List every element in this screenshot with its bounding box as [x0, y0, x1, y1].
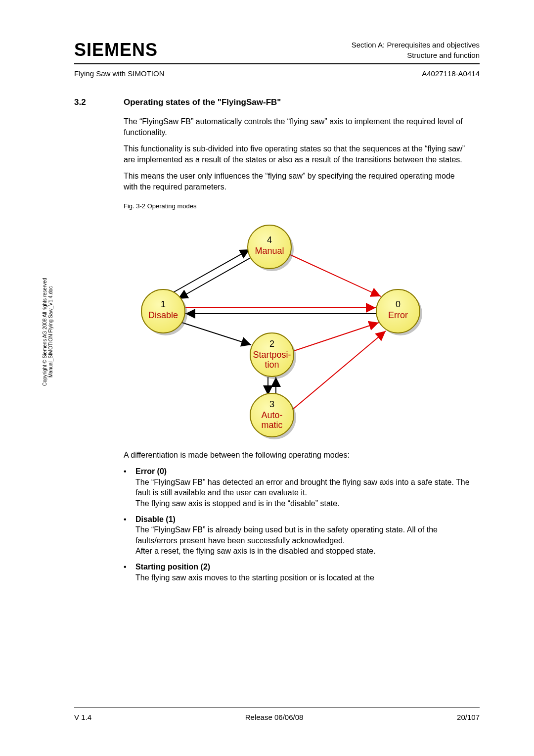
bullet-list: • Error (0) The “FlyingSaw FB” has detec… [124, 466, 480, 583]
doc-title: Flying Saw with SIMOTION [74, 69, 165, 78]
node-error-label: Error [388, 310, 408, 320]
subheader: Flying Saw with SIMOTION A4027118-A0414 [74, 69, 480, 78]
header-section-info: Section A: Prerequisites and objectives … [352, 40, 480, 60]
node-error-num: 0 [396, 299, 400, 309]
svg-line-6 [294, 323, 379, 351]
svg-line-7 [292, 331, 386, 410]
footer-release: Release 06/06/08 [245, 713, 304, 721]
footer: V 1.4 Release 06/06/08 20/107 [74, 708, 480, 721]
copyright-vertical: Copyright © Siemens AG 2008 All rights r… [42, 278, 54, 386]
copyright-line1: Copyright © Siemens AG 2008 All rights r… [42, 278, 48, 386]
node-disable-label: Disable [148, 310, 178, 320]
paragraph-2: This functionality is sub-divided into f… [124, 143, 470, 165]
svg-line-0 [171, 249, 250, 294]
bullet-title-1: Disable (1) [135, 515, 176, 523]
node-auto-label2: matic [261, 420, 282, 430]
header-section-line2: Structure and function [352, 50, 480, 60]
node-startpos-num: 2 [269, 339, 274, 349]
paragraph-4: A differentiation is made between the fo… [124, 450, 470, 461]
figure-caption: Fig. 3-2 Operating modes [124, 202, 480, 210]
node-startpos-label2: tion [265, 360, 279, 370]
section-number: 3.2 [74, 97, 104, 107]
footer-version: V 1.4 [74, 713, 91, 721]
node-auto-label1: Auto- [261, 410, 282, 420]
footer-page: 20/107 [457, 713, 480, 721]
bullet-icon: • [124, 562, 129, 583]
node-manual-label: Manual [255, 246, 284, 256]
node-startpos-label1: Startposi- [253, 350, 291, 360]
list-item: • Starting position (2) The flying saw a… [124, 562, 480, 583]
doc-number: A4027118-A0414 [422, 69, 480, 78]
list-item: • Disable (1) The “FlyingSaw FB” is alre… [124, 514, 480, 557]
bullet-icon: • [124, 514, 129, 557]
siemens-logo: SIEMENS [74, 40, 158, 60]
bullet-text-0: The “FlyingSaw FB” has detected an error… [135, 478, 470, 508]
header: SIEMENS Section A: Prerequisites and obj… [74, 40, 480, 64]
bullet-text-2: The flying saw axis moves to the startin… [135, 573, 374, 582]
paragraph-3: This means the user only influences the … [124, 171, 470, 192]
svg-line-1 [178, 257, 252, 299]
bullet-icon: • [124, 466, 129, 509]
paragraph-1: The “FlyingSaw FB” automatically control… [124, 116, 470, 138]
section-heading: 3.2 Operating states of the "FlyingSaw-F… [74, 97, 480, 107]
bullet-title-2: Starting position (2) [135, 563, 210, 571]
header-section-line1: Section A: Prerequisites and objectives [352, 40, 480, 50]
bullet-text-1: The “FlyingSaw FB” is already being used… [135, 525, 438, 555]
bullet-title-0: Error (0) [135, 467, 167, 475]
copyright-line2: Manual_SIMOTION Flying Saw_V1.4.doc [48, 278, 54, 386]
svg-line-5 [289, 254, 381, 296]
node-disable-num: 1 [161, 299, 166, 309]
node-manual-num: 4 [267, 235, 272, 245]
svg-line-4 [180, 322, 251, 345]
section-title: Operating states of the "FlyingSaw-FB" [124, 97, 281, 107]
state-diagram: 4 Manual 1 Disable 0 Error 2 Startposi- … [124, 217, 430, 445]
node-auto-num: 3 [269, 399, 274, 409]
list-item: • Error (0) The “FlyingSaw FB” has detec… [124, 466, 480, 509]
